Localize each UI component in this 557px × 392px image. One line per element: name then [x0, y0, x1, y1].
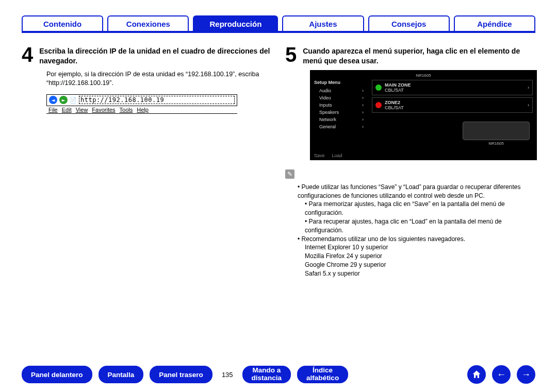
- device-label: NR1605: [463, 141, 530, 146]
- device-illustration: NR1605: [463, 122, 530, 146]
- bottom-bar: Panel delantero Pantalla Panel trasero 1…: [22, 364, 535, 385]
- col-left: 4 Escriba la dirección IP de la unidad e…: [22, 44, 272, 351]
- menu-tools[interactable]: Tools: [120, 107, 133, 113]
- setup-item-video[interactable]: Video›: [314, 94, 366, 101]
- setup-item-audio[interactable]: Audio›: [314, 87, 366, 94]
- power-icon: [375, 102, 382, 108]
- col-right: 5 Cuando aparezca el menú superior, haga…: [285, 44, 535, 351]
- home-icon: [471, 369, 482, 380]
- setup-item-inputs[interactable]: Inputs›: [314, 101, 366, 109]
- home-button[interactable]: [467, 365, 486, 384]
- pantalla-button[interactable]: Pantalla: [99, 366, 144, 383]
- note-icon: ✎: [285, 169, 294, 179]
- menu-view[interactable]: View: [76, 107, 88, 113]
- tab-ajustes[interactable]: Ajustes: [282, 15, 364, 31]
- tab-conexiones[interactable]: Conexiones: [107, 15, 189, 31]
- panel-delantero-button[interactable]: Panel delantero: [22, 366, 92, 383]
- browser-chrome: Google Chrome 29 y superior: [305, 261, 535, 269]
- main: 4 Escriba la dirección IP de la unidad e…: [22, 44, 535, 351]
- tab-apendice[interactable]: Apéndice: [454, 15, 535, 31]
- zone2-name: ZONE2: [385, 100, 400, 105]
- zone-main[interactable]: MAIN ZONE CBL/SAT ›: [372, 80, 533, 95]
- page-number: 135: [219, 371, 236, 379]
- menu-edit[interactable]: Edit: [62, 107, 72, 113]
- panel-trasero-button[interactable]: Panel trasero: [150, 366, 212, 383]
- setup-item-network[interactable]: Network›: [314, 116, 366, 123]
- setup-menu-screenshot: NR1605 Setup Menu Audio› Video› Inputs› …: [310, 70, 537, 160]
- step-5: 5 Cuando aparezca el menú superior, haga…: [285, 44, 535, 66]
- mando-distancia-button[interactable]: Mando a distancia: [242, 366, 291, 383]
- save-button[interactable]: Save: [314, 153, 325, 158]
- address-row: ◄ ► 📄 http://192.168.100.19: [46, 94, 237, 106]
- step-para: Por ejemplo, si la dirección IP de esta …: [46, 70, 272, 88]
- browser-bar: ◄ ► 📄 http://192.168.100.19 File Edit Vi…: [46, 94, 237, 114]
- step-4: 4 Escriba la dirección IP de la unidad e…: [22, 44, 272, 66]
- back-icon[interactable]: ◄: [49, 96, 57, 104]
- address-field[interactable]: http://192.168.100.19: [79, 96, 235, 104]
- step-number: 5: [285, 44, 297, 65]
- power-icon: [375, 84, 382, 91]
- step-title: Cuando aparezca el menú superior, haga c…: [303, 44, 535, 66]
- menu-bar: File Edit View Favorites Tools Help: [46, 106, 237, 114]
- note-save: Para memorizar ajustes, haga clic en “Sa…: [305, 200, 535, 217]
- setup-sidebar: Setup Menu Audio› Video› Inputs› Speaker…: [314, 80, 366, 130]
- browser-ie: Internet Explorer 10 y superior: [305, 243, 535, 252]
- setup-item-speakers[interactable]: Speakers›: [314, 109, 366, 116]
- device-brand: NR1605: [314, 73, 533, 78]
- step-number: 4: [22, 44, 33, 65]
- indice-line1: Índice: [313, 367, 333, 374]
- mando-line2: distancia: [252, 374, 282, 382]
- arrow-right-icon: →: [521, 369, 531, 380]
- zone1-source: CBL/SAT: [385, 88, 404, 93]
- page-icon: 📄: [70, 97, 77, 104]
- prev-button[interactable]: ←: [492, 365, 511, 384]
- next-button[interactable]: →: [517, 365, 535, 384]
- indice-button[interactable]: Índice alfabético: [297, 366, 348, 383]
- indice-line2: alfabético: [306, 374, 339, 382]
- notes: Puede utilizar las funciones “Save” y “L…: [298, 183, 535, 278]
- note-load: Para recuperar ajustes, haga clic en “Lo…: [305, 217, 535, 235]
- step-title: Escriba la dirección IP de la unidad en …: [39, 44, 272, 66]
- setup-item-general[interactable]: General›: [314, 123, 366, 130]
- note-browsers: Recomendamos utilizar uno de los siguien…: [298, 235, 535, 244]
- tab-contenido[interactable]: Contenido: [22, 15, 103, 31]
- tab-consejos[interactable]: Consejos: [368, 15, 450, 31]
- browser-firefox: Mozilla Firefox 24 y superior: [305, 252, 535, 261]
- forward-icon[interactable]: ►: [59, 96, 68, 104]
- mando-line1: Mando a: [252, 367, 281, 374]
- tab-reproduccion[interactable]: Reproducción: [193, 15, 278, 31]
- zone1-name: MAIN ZONE: [385, 82, 411, 88]
- zone2-source: CBL/SAT: [385, 105, 404, 110]
- menu-file[interactable]: File: [48, 107, 58, 113]
- arrow-left-icon: ←: [497, 369, 506, 380]
- browser-safari: Safari 5.x y superior: [305, 269, 535, 278]
- menu-help[interactable]: Help: [137, 107, 149, 113]
- load-button[interactable]: Load: [332, 153, 342, 158]
- menu-favorites[interactable]: Favorites: [92, 107, 115, 113]
- zone-2[interactable]: ZONE2 CBL/SAT ›: [372, 97, 533, 113]
- sidebar-title: Setup Menu: [314, 80, 366, 85]
- note-saveload: Puede utilizar las funciones “Save” y “L…: [298, 183, 535, 200]
- top-nav: Contenido Conexiones Reproducción Ajuste…: [22, 14, 535, 33]
